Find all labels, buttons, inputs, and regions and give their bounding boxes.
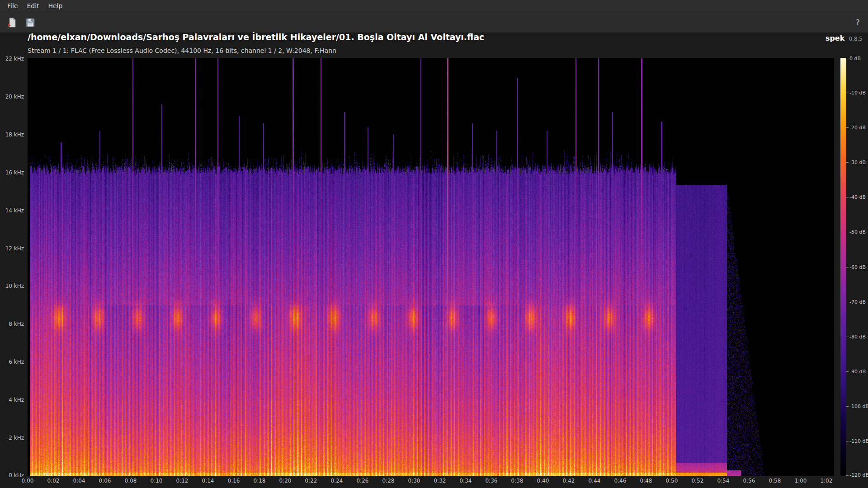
freq-axis-label: 10 kHz [5,283,24,289]
freq-axis-label: 6 kHz [9,359,24,365]
open-file-button[interactable] [5,15,20,30]
freq-axis-label: 20 kHz [5,94,24,100]
db-legend-gradient [840,58,846,476]
spectrogram-canvas [28,58,834,476]
app-version: 0.8.5 [849,36,863,42]
db-axis-label: -30 dB [849,160,866,165]
time-axis-label: 0:30 [408,478,420,484]
time-axis-label: 0:34 [459,478,472,484]
time-axis: 0:000:020:040:060:080:100:120:140:160:18… [28,478,834,485]
db-axis-tick [846,302,849,302]
time-axis-label: 0:16 [227,478,240,484]
db-axis-tick [846,58,849,58]
time-axis-label: 0:04 [73,478,85,484]
time-axis-label: 0:06 [99,478,111,484]
time-axis-label: 0:42 [562,478,575,484]
db-axis-tick [846,267,849,267]
app-name: spek [826,34,844,42]
time-axis-label: 0:00 [22,478,34,484]
db-axis-label: -120 dB [849,472,868,478]
db-axis-tick [846,406,849,407]
time-axis-label: 0:38 [511,478,523,484]
time-axis-label: 0:12 [176,478,188,484]
db-axis-label: -70 dB [849,299,866,305]
time-axis-label: 1:00 [794,478,807,484]
db-axis-tick [846,337,849,337]
db-axis-label: -50 dB [849,229,866,235]
time-axis-label: 0:36 [485,478,497,484]
db-axis-label: -90 dB [849,368,866,374]
help-button[interactable]: ? [852,18,863,27]
freq-axis-label: 14 kHz [5,207,24,214]
freq-axis-label: 12 kHz [5,245,24,252]
db-axis-tick [846,93,849,93]
time-axis-label: 0:56 [743,478,755,484]
time-axis-label: 0:02 [47,478,60,484]
time-axis-label: 0:26 [356,478,368,484]
db-axis-label: -80 dB [849,333,866,339]
db-axis-label: -110 dB [849,438,868,444]
db-axis: 0 dB-10 dB-20 dB-30 dB-40 dB-50 dB-60 dB… [846,58,868,476]
time-axis-label: 0:14 [202,478,214,484]
freq-axis-label: 4 kHz [9,397,24,403]
db-axis-tick [846,162,849,163]
time-axis-label: 0:46 [614,478,626,484]
freq-axis-label: 16 kHz [5,169,24,176]
db-axis-label: -20 dB [849,125,866,131]
time-axis-label: 0:18 [253,478,265,484]
time-axis-label: 0:50 [665,478,678,484]
time-axis-label: 0:44 [588,478,600,484]
db-axis-label: -100 dB [849,403,868,409]
db-axis-label: 0 dB [849,56,861,61]
save-icon [25,17,36,28]
time-axis-label: 0:28 [382,478,394,484]
freq-axis-label: 18 kHz [5,131,24,138]
time-axis-label: 0:48 [640,478,652,484]
db-axis-label: -60 dB [849,264,866,270]
menu-file[interactable]: File [3,0,22,12]
time-axis-label: 0:58 [769,478,781,484]
menu-edit[interactable]: Edit [22,0,43,12]
file-path: /home/elxan/Downloads/Sarhoş Palavraları… [28,32,484,42]
time-axis-label: 0:22 [305,478,317,484]
time-axis-label: 0:08 [125,478,137,484]
time-axis-label: 0:54 [717,478,729,484]
save-button[interactable] [23,15,38,30]
open-file-icon [7,17,18,28]
db-axis-tick [846,127,849,128]
time-axis-label: 0:24 [330,478,343,484]
freq-axis-label: 8 kHz [9,321,24,327]
time-axis-label: 0:10 [150,478,162,484]
time-axis-label: 0:40 [537,478,549,484]
db-axis-tick [846,475,849,476]
frequency-axis: 22 kHz20 kHz18 kHz16 kHz14 kHz12 kHz10 k… [0,58,25,476]
spek-window: File Edit Help ? /home/elxan/Downloads/S… [0,0,868,488]
freq-axis-label: 22 kHz [5,56,24,62]
stream-info: Stream 1 / 1: FLAC (Free Lossless Audio … [28,47,336,54]
toolbar: ? [0,12,868,33]
freq-axis-label: 2 kHz [9,435,24,441]
menu-bar: File Edit Help [0,0,868,12]
app-brand: spek 0.8.5 [826,34,863,42]
time-axis-label: 0:52 [691,478,703,484]
time-axis-label: 0:20 [279,478,291,484]
menu-help[interactable]: Help [44,0,67,12]
db-axis-tick [846,197,849,197]
db-axis-label: -40 dB [849,194,866,200]
db-axis-tick [846,441,849,441]
time-axis-label: 0:32 [434,478,446,484]
db-axis-tick [846,232,849,232]
time-axis-label: 1:02 [820,478,832,484]
db-axis-tick [846,371,849,372]
db-axis-label: -10 dB [849,90,866,96]
